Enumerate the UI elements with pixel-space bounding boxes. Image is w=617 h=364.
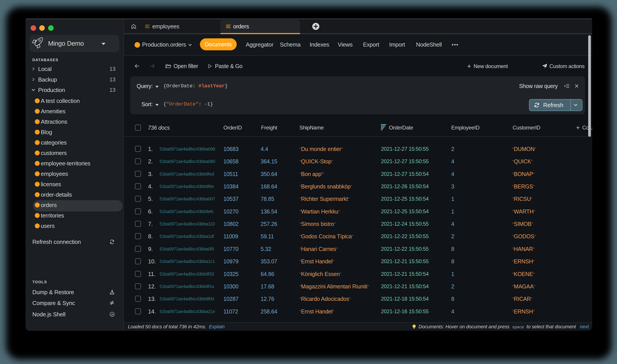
svg-text:JS: JS xyxy=(111,313,114,316)
